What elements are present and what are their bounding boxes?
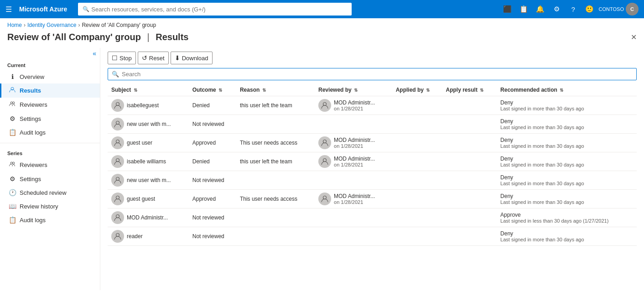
col-applied-by[interactable]: Applied by ⇅ [392,84,442,96]
cell-outcome: Denied [189,152,236,171]
sidebar-item-settings[interactable]: ⚙ Settings [0,112,100,125]
user-avatar [111,118,124,130]
cell-reason [236,208,315,227]
cell-outcome: Not reviewed [189,115,236,134]
recommended-cell: Deny Last signed in more than 30 days ag… [500,118,633,130]
settings-icon[interactable]: ⚙ [550,2,564,16]
sidebar-label-scheduled-review: Scheduled review [20,189,67,196]
sidebar-divider [0,143,100,143]
reset-button[interactable]: ↺ Reset [138,52,169,64]
download-button[interactable]: ⬇ Download [171,52,213,64]
series-settings-icon: ⚙ [9,175,16,182]
svg-point-4 [12,162,14,164]
col-apply-result[interactable]: Apply result ⇅ [442,84,497,96]
table-body: isabelleguest Deniedthis user left the t… [108,96,637,246]
reviewed-by-cell: MOD Administr... on 1/28/2021 [318,99,389,112]
cell-subject: reader [108,227,189,246]
cell-recommended-action: Approve Last signed in less than 30 days… [497,208,637,227]
user-avatar [111,211,124,224]
reset-icon: ↺ [142,54,147,62]
cell-apply-result [442,208,497,227]
reviewer-avatar [318,99,331,112]
svg-point-1 [10,102,12,104]
cell-reason [236,115,315,134]
breadcrumb-home[interactable]: Home [7,22,22,28]
sidebar-item-series-audit-logs[interactable]: 📋 Audit logs [0,213,100,227]
cloud-shell-icon[interactable]: ⬛ [500,2,515,16]
sidebar-item-series-reviewers[interactable]: Reviewers [0,158,100,172]
reviewer-name: MOD Administr... [334,99,375,106]
sort-reason-icon: ⇅ [262,88,266,93]
content-area: ☐ Stop ↺ Reset ⬇ Download 🔍 Subject [100,48,644,290]
search-input[interactable] [122,71,633,78]
cell-applied-by [392,96,442,115]
search-box[interactable]: 🔍 [108,68,637,80]
nav-icon-group: ⬛ 📋 🔔 ⚙ ? 🙂 CONTOSO C [500,2,639,16]
page-title-row: Review of 'All Company' group | Results … [0,30,644,48]
sidebar-item-overview[interactable]: ℹ Overview [0,70,100,83]
scheduled-review-icon: 🕐 [9,189,16,196]
reviewer-avatar [318,155,331,168]
breadcrumb-sep-2: › [78,22,80,28]
cell-reason [236,171,315,190]
table-row: guest guest ApprovedThis user needs acce… [108,190,637,208]
user-name: new user with m... [127,177,171,183]
user-name: guest guest [127,196,155,202]
sidebar-item-reviewers[interactable]: Reviewers [0,98,100,112]
directory-icon[interactable]: 📋 [517,2,531,16]
sidebar-item-audit-logs[interactable]: 📋 Audit logs [0,125,100,139]
cell-apply-result [442,227,497,246]
sidebar-collapse-button[interactable]: « [93,50,96,57]
reviewer-avatar [318,136,331,149]
cell-recommended-action: Deny Last signed in more than 30 days ag… [497,152,637,171]
recommended-cell: Deny Last signed in more than 30 days ag… [500,137,633,149]
user-avatar [111,99,124,112]
user-cell: MOD Administr... [111,211,185,224]
recommended-action-detail: Last signed in more than 30 days ago [500,199,633,205]
user-avatar [111,230,124,243]
user-name: isabelle williams [127,158,166,165]
svg-point-3 [10,162,12,164]
global-search-bar[interactable]: 🔍 [78,3,352,16]
help-icon[interactable]: ? [566,2,581,16]
close-button[interactable]: ✕ [631,33,637,42]
global-search-input[interactable] [91,6,347,13]
user-avatar [111,193,124,205]
col-subject[interactable]: Subject ⇅ [108,84,189,96]
audit-logs-icon: 📋 [9,129,16,136]
col-recommended-action[interactable]: Recommended action ⇅ [497,84,637,96]
page-title: Review of 'All Company' group | Results [7,32,188,42]
hamburger-menu[interactable]: ☰ [5,5,12,14]
review-date: on 1/28/2021 [334,162,375,167]
user-cell: guest guest [111,193,185,205]
stop-button[interactable]: ☐ Stop [108,52,136,64]
col-reason[interactable]: Reason ⇅ [236,84,315,96]
recommended-action-detail: Last signed in more than 30 days ago [500,181,633,186]
settings-sidebar-icon: ⚙ [9,115,16,122]
recommended-cell: Deny Last signed in more than 30 days ag… [500,193,633,205]
sidebar-item-series-settings[interactable]: ⚙ Settings [0,172,100,186]
cell-applied-by [392,134,442,152]
recommended-action-label: Deny [500,118,633,125]
recommended-action-detail: Last signed in more than 30 days ago [500,125,633,130]
col-outcome[interactable]: Outcome ⇅ [189,84,236,96]
notification-icon[interactable]: 🔔 [533,2,548,16]
sidebar-item-scheduled-review[interactable]: 🕐 Scheduled review [0,186,100,199]
cell-subject: isabelleguest [108,96,189,115]
avatar[interactable]: C [626,3,639,16]
sidebar-label-overview: Overview [20,73,44,80]
cell-subject: new user with m... [108,115,189,134]
col-reviewed-by[interactable]: Reviewed by ⇅ [315,84,392,96]
sidebar-item-review-history[interactable]: 📖 Review history [0,199,100,213]
sort-applied-icon: ⇅ [426,88,430,93]
recommended-action-detail: Last signed in more than 30 days ago [500,237,633,242]
download-label: Download [182,55,208,62]
sidebar-item-results[interactable]: Results [0,83,100,98]
review-history-icon: 📖 [9,203,16,210]
feedback-icon[interactable]: 🙂 [582,2,597,16]
reviewers-icon [9,101,16,109]
cell-applied-by [392,171,442,190]
cell-apply-result [442,190,497,208]
sidebar-label-series-audit-logs: Audit logs [20,217,46,224]
breadcrumb-identity-governance[interactable]: Identity Governance [27,22,76,28]
